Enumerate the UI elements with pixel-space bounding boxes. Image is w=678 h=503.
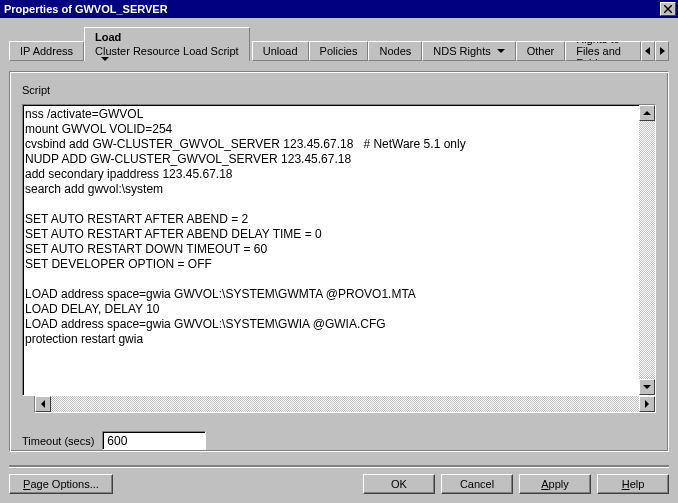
apply-button[interactable]: Apply bbox=[519, 474, 591, 494]
page-options-button[interactable]: Page Options... bbox=[9, 474, 113, 494]
tab-label: NDS Rights bbox=[433, 45, 490, 57]
tab-label: Other bbox=[527, 45, 555, 57]
tab-load[interactable]: Load Cluster Resource Load Script bbox=[84, 27, 250, 61]
timeout-input[interactable] bbox=[102, 431, 206, 450]
tab-rights-files[interactable]: Rights to Files and Fold bbox=[565, 41, 641, 61]
script-panel: Script nss /activate=GWVOL mount GWVOL V… bbox=[9, 71, 669, 452]
button-bar: Page Options... OK Cancel Apply Help bbox=[9, 465, 669, 494]
script-label: Script bbox=[22, 84, 656, 96]
tab-label: Rights to Files and Fold bbox=[576, 41, 630, 61]
tab-label: Load bbox=[95, 31, 121, 43]
tab-scroll-right[interactable] bbox=[655, 41, 669, 61]
horizontal-scrollbar[interactable] bbox=[34, 395, 656, 413]
scroll-right-icon[interactable] bbox=[639, 396, 655, 412]
close-button[interactable] bbox=[660, 2, 676, 16]
tab-label: Nodes bbox=[379, 45, 411, 57]
script-text-content[interactable]: nss /activate=GWVOL mount GWVOL VOLID=25… bbox=[23, 105, 639, 395]
timeout-label: Timeout (secs) bbox=[22, 435, 94, 447]
vertical-scrollbar[interactable] bbox=[639, 105, 655, 395]
scroll-track-h[interactable] bbox=[51, 396, 639, 412]
help-button[interactable]: Help bbox=[597, 474, 669, 494]
window-title: Properties of GWVOL_SERVER bbox=[4, 3, 658, 15]
scroll-down-icon[interactable] bbox=[639, 379, 655, 395]
tab-policies[interactable]: Policies bbox=[309, 41, 369, 61]
tab-other[interactable]: Other bbox=[516, 41, 566, 61]
scroll-left-icon[interactable] bbox=[35, 396, 51, 412]
window-body: IP Address Load Cluster Resource Load Sc… bbox=[0, 18, 678, 503]
tab-label: IP Address bbox=[20, 45, 73, 57]
tab-ip-address[interactable]: IP Address bbox=[9, 41, 84, 61]
script-textarea[interactable]: nss /activate=GWVOL mount GWVOL VOLID=25… bbox=[22, 104, 656, 396]
tab-label: Unload bbox=[263, 45, 298, 57]
tab-scroll-left[interactable] bbox=[641, 41, 655, 61]
scroll-track[interactable] bbox=[639, 121, 655, 379]
title-bar: Properties of GWVOL_SERVER bbox=[0, 0, 678, 18]
timeout-row: Timeout (secs) bbox=[22, 431, 656, 450]
tab-row: IP Address Load Cluster Resource Load Sc… bbox=[9, 27, 669, 61]
tab-nds-rights[interactable]: NDS Rights bbox=[422, 41, 515, 61]
tab-subtitle: Cluster Resource Load Script bbox=[95, 45, 239, 57]
ok-button[interactable]: OK bbox=[363, 474, 435, 494]
cancel-button[interactable]: Cancel bbox=[441, 474, 513, 494]
scroll-up-icon[interactable] bbox=[639, 105, 655, 121]
tab-label: Policies bbox=[320, 45, 358, 57]
tab-nodes[interactable]: Nodes bbox=[368, 41, 422, 61]
tab-unload[interactable]: Unload bbox=[252, 41, 309, 61]
